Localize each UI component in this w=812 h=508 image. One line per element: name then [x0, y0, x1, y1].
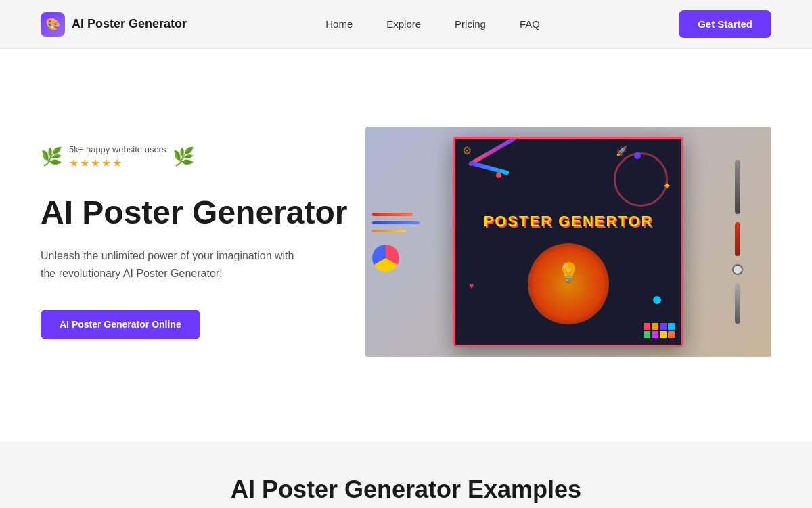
pencil-blue-icon [372, 221, 420, 224]
left-tools [365, 127, 433, 357]
star-rating: ★★★★★ [69, 156, 166, 169]
swatch-icon [644, 331, 650, 338]
hero-image: ⚙ 💡 🚀 ♥ ✦ [365, 127, 771, 357]
badge-text: 5k+ happy website users [69, 144, 166, 154]
social-proof-badge: 🌿 5k+ happy website users ★★★★★ 🌿 [41, 144, 365, 169]
get-started-button[interactable]: Get Started [679, 10, 771, 38]
right-tools [704, 127, 771, 357]
hero-content: 🌿 5k+ happy website users ★★★★★ 🌿 AI Pos… [41, 144, 365, 340]
nav-link-explore[interactable]: Explore [386, 18, 421, 30]
badge-content: 5k+ happy website users ★★★★★ [69, 144, 166, 169]
pencil-red-icon [372, 213, 413, 216]
pencil-yellow-icon [372, 230, 406, 232]
laurel-left-icon: 🌿 [41, 148, 62, 165]
tool-2-icon [735, 222, 740, 256]
nav-link-pricing[interactable]: Pricing [455, 18, 486, 30]
dot-red-icon [496, 173, 501, 178]
nav-link-home[interactable]: Home [325, 18, 353, 30]
poster-circle-icon [528, 243, 609, 324]
swatch-icon [668, 323, 675, 330]
tool-3-icon [735, 283, 740, 324]
poster-title-text: POSTER GENERTOR [484, 213, 654, 230]
swatch-icon [660, 323, 667, 330]
examples-title: AI Poster Generator Examples [41, 475, 771, 504]
swatch-icon [652, 331, 658, 338]
dot-purple-icon [634, 152, 641, 159]
star-deco-icon: ✦ [662, 179, 671, 192]
nav-links: Home Explore Pricing FAQ [325, 18, 540, 30]
nav-link-faq[interactable]: FAQ [520, 18, 540, 30]
laurel-right-icon: 🌿 [173, 148, 194, 165]
hero-title: AI Poster Generator [41, 194, 365, 231]
heart-icon: ♥ [469, 281, 474, 291]
hero-cta-button[interactable]: AI Poster Generator Online [41, 310, 200, 339]
tool-1-icon [735, 160, 740, 214]
poster-bar-2-icon [469, 161, 510, 175]
poster-decorations: ⚙ 💡 🚀 ♥ ✦ [455, 139, 681, 345]
tool-circle-icon [732, 264, 743, 275]
poster-outline-circle-icon [614, 152, 668, 207]
color-swatches [644, 323, 675, 338]
logo-icon: 🎨 [41, 12, 65, 37]
logo-text: AI Poster Generator [72, 17, 187, 31]
hero-section: 🌿 5k+ happy website users ★★★★★ 🌿 AI Pos… [0, 49, 812, 442]
poster-preview: ⚙ 💡 🚀 ♥ ✦ [453, 137, 683, 347]
rocket-icon: 🚀 [616, 146, 627, 156]
logo[interactable]: 🎨 AI Poster Generator [41, 12, 187, 37]
swatch-icon [644, 323, 650, 330]
color-wheel-icon [372, 245, 399, 272]
gear-icon: ⚙ [462, 144, 472, 157]
hero-subtitle: Unleash the unlimited power of your imag… [41, 247, 311, 283]
swatch-icon [652, 323, 658, 330]
hero-image-area: ⚙ 💡 🚀 ♥ ✦ [365, 127, 771, 357]
examples-section: AI Poster Generator Examples [0, 442, 812, 508]
navbar: 🎨 AI Poster Generator Home Explore Prici… [0, 0, 812, 49]
swatch-icon [660, 331, 667, 338]
bulb-icon: 💡 [557, 261, 581, 284]
dot-blue-icon [653, 296, 661, 304]
swatch-icon [668, 331, 675, 338]
